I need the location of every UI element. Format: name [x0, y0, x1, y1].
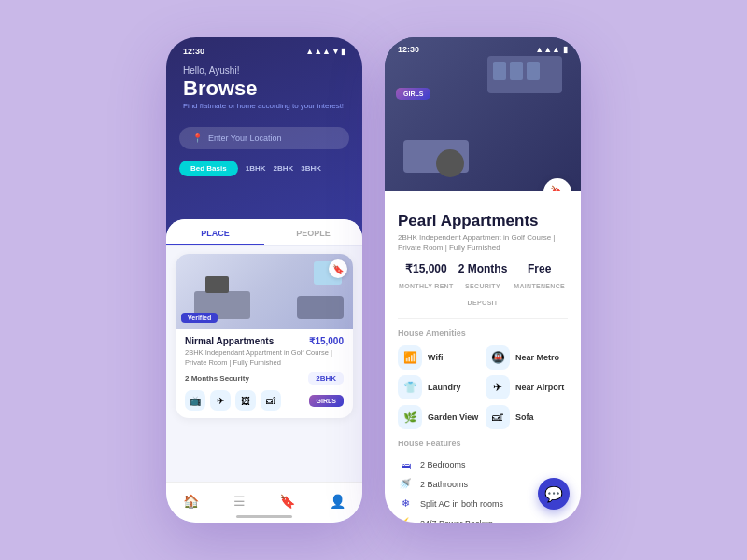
time-left: 12:30 [183, 47, 204, 56]
verified-badge: Verified [181, 313, 218, 323]
card-amenities: 📺 ✈ 🖼 🛋 GIRLS [185, 390, 344, 411]
home-indicator [236, 515, 292, 518]
time-right: 12:30 [398, 45, 419, 54]
amenities-grid: 📶 Wifi 🚇 Near Metro 👕 Laundry ✈ Near Air… [398, 345, 568, 429]
nav-bookmark[interactable]: 🔖 [279, 494, 295, 509]
status-icons-left: ▲▲▲ ▾ ▮ [305, 47, 345, 56]
shelf-item-2 [510, 62, 523, 80]
features-section: House Features 🛏 2 Bedrooms 🚿 2 Bathroom… [398, 439, 568, 523]
security-deposit-value: 2 Months [455, 262, 512, 275]
bed-icon: 🛏 [398, 459, 413, 470]
amenities-section-label: House Amenities [398, 329, 568, 338]
security-deposit-label: SECURITY DEPOSIT [465, 283, 500, 306]
monthly-rent-cell: ₹15,000 MONTHLY RENT [398, 262, 455, 309]
garden-label: Garden View [428, 413, 478, 422]
card-meta-row: 2 Months Security 2BHK [185, 372, 344, 385]
girls-badge: GIRLS [396, 88, 430, 100]
amenity-airport: ✈ Near Airport [486, 375, 568, 399]
nav-list[interactable]: ☰ [233, 494, 246, 509]
bathrooms-text: 2 Bathrooms [420, 480, 468, 489]
filter-bed-basis[interactable]: Bed Basis [179, 161, 238, 176]
airport-icon: ✈ [486, 375, 510, 399]
filter-3bhk[interactable]: 3BHK [301, 164, 321, 173]
location-icon: 📍 [192, 133, 203, 143]
tab-place[interactable]: PLACE [166, 229, 264, 245]
ac-icon: ❄ [398, 497, 413, 510]
chat-fab-button[interactable]: 💬 [538, 478, 570, 510]
amenity-metro: 🚇 Near Metro [486, 345, 568, 370]
shelf-decor [487, 56, 562, 93]
card-body: Nirmal Appartments ₹15,000 2BHK Independ… [176, 329, 353, 418]
security-text: 2 Months Security [185, 374, 249, 383]
card-area: PLACE PEOPLE Verified 🔖 Nirmal Appartmen… [166, 219, 362, 523]
bottom-nav: 🏠 ☰ 🔖 👤 [166, 482, 362, 523]
apartment-description: 2BHK Independent Appartment in Golf Cour… [398, 232, 568, 253]
wifi-label: Wifi [428, 353, 443, 362]
card-price: ₹15,000 [309, 336, 344, 346]
nav-home[interactable]: 🏠 [183, 494, 199, 509]
ac-text: Split AC in both rooms [420, 499, 503, 509]
tab-row: PLACE PEOPLE [166, 219, 362, 246]
power-icon: ⚡ [398, 517, 413, 523]
battery-icon-right: ▮ [563, 45, 568, 54]
filter-2bhk[interactable]: 2BHK [273, 164, 293, 173]
bedrooms-text: 2 Bedrooms [420, 460, 466, 469]
girls-tag: GIRLS [309, 395, 344, 407]
maintenance-label: MAINTENENCE [514, 283, 565, 289]
status-bar-right: 12:30 ▲▲▲ ▮ [385, 37, 581, 54]
card-image: Verified 🔖 [176, 254, 353, 329]
tab-people[interactable]: PEOPLE [264, 229, 362, 245]
filter-row: Bed Basis 1BHK 2BHK 3BHK [166, 157, 362, 184]
monthly-rent-value: ₹15,000 [398, 262, 455, 275]
amenity-airport: ✈ [210, 390, 231, 411]
browse-subtitle: Find flatmate or home according to your … [183, 102, 345, 110]
sofa-icon: 🛋 [486, 405, 510, 429]
bookmark-button[interactable]: 🔖 [329, 259, 347, 278]
shelf-item-3 [527, 62, 540, 80]
room-monitor-decor [205, 276, 229, 293]
laundry-label: Laundry [428, 383, 461, 392]
metro-icon: 🚇 [486, 345, 510, 370]
listing-card[interactable]: Verified 🔖 Nirmal Appartments ₹15,000 2B… [176, 254, 353, 418]
signal-icon-right: ▲▲▲ [535, 45, 560, 54]
amenity-tv: 📺 [185, 390, 205, 411]
amenity-photo: 🖼 [235, 390, 256, 411]
metro-label: Near Metro [515, 353, 559, 362]
bath-icon: 🚿 [398, 478, 413, 490]
garden-icon: 🌿 [398, 405, 422, 429]
card-title-row: Nirmal Appartments ₹15,000 [185, 336, 344, 346]
airport-label: Near Airport [515, 383, 564, 392]
left-phone: 12:30 ▲▲▲ ▾ ▮ Hello, Ayushi! Browse Find… [166, 37, 362, 523]
amenity-wifi: 📶 Wifi [398, 345, 480, 370]
bhk-badge: 2BHK [308, 372, 344, 385]
shelf-item-1 [493, 62, 506, 80]
left-header: Hello, Ayushi! Browse Find flatmate or h… [166, 60, 362, 119]
maintenance-value: Free [511, 262, 568, 275]
feature-bedrooms: 🛏 2 Bedrooms [398, 455, 568, 474]
status-icons-right: ▲▲▲ ▮ [535, 45, 568, 54]
chair-decor [436, 149, 464, 177]
card-description: 2BHK Independant Appartment in Golf Cour… [185, 348, 344, 368]
right-room-decor [385, 37, 581, 191]
monthly-rent-label: MONTHLY RENT [399, 283, 453, 289]
filter-1bhk[interactable]: 1BHK [246, 164, 266, 173]
amenity-sofa: 🛋 [261, 390, 281, 411]
room-bed-decor [297, 296, 344, 319]
laundry-icon: 👕 [398, 375, 422, 399]
wifi-icon: ▾ [333, 47, 338, 56]
browse-title: Browse [183, 77, 345, 100]
status-bar-left: 12:30 ▲▲▲ ▾ ▮ [166, 37, 362, 60]
nav-profile[interactable]: 👤 [330, 494, 345, 509]
right-content: Pearl Appartments 2BHK Independent Appar… [385, 191, 581, 523]
search-placeholder: Enter Your Location [208, 133, 282, 143]
sofa-label: Sofa [515, 413, 534, 422]
amenity-laundry: 👕 Laundry [398, 375, 480, 399]
apartment-title: Pearl Appartments [398, 212, 568, 231]
battery-icon: ▮ [341, 47, 345, 56]
right-phone: 12:30 ▲▲▲ ▮ ← GIRLS 🔖 Pearl Appartments … [385, 37, 581, 523]
right-header-image: 12:30 ▲▲▲ ▮ ← GIRLS 🔖 [385, 37, 581, 191]
power-text: 24/7 Power Backup [420, 519, 493, 523]
features-section-label: House Features [398, 439, 568, 448]
amenity-sofa: 🛋 Sofa [486, 405, 568, 429]
search-bar[interactable]: 📍 Enter Your Location [179, 127, 349, 149]
